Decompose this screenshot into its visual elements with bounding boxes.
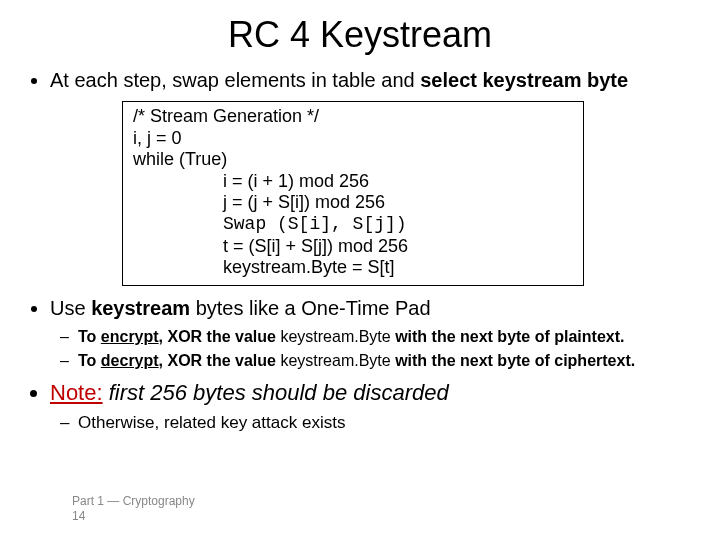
slide: RC 4 Keystream At each step, swap elemen… [0, 0, 720, 540]
b2s2-kb: keystream.Byte [280, 352, 390, 369]
slide-body: At each step, swap elements in table and… [0, 68, 720, 434]
bullet-1-bold: select keystream byte [420, 69, 628, 91]
bullet-1: At each step, swap elements in table and… [50, 68, 694, 286]
bullet-3: Note: first 256 bytes should be discarde… [50, 379, 694, 434]
bullet-2-sublist: To encrypt, XOR the value keystream.Byte… [50, 327, 694, 371]
b2s1-mid: , XOR the value [159, 328, 281, 345]
code-line-5: j = (j + S[i]) mod 256 [133, 192, 573, 214]
slide-footer: Part 1 — Cryptography 14 [72, 494, 195, 524]
b2s2-pre: To [78, 352, 101, 369]
code-line-3: while (True) [133, 149, 573, 171]
footer-line-1: Part 1 — Cryptography [72, 494, 195, 509]
slide-title: RC 4 Keystream [0, 0, 720, 62]
bullet-1-text: At each step, swap elements in table and [50, 69, 420, 91]
b2s1-post: with the next byte of plaintext. [391, 328, 625, 345]
bullet-3-sublist: Otherwise, related key attack exists [50, 412, 694, 433]
bullet-2-sub-2: To decrypt, XOR the value keystream.Byte… [78, 351, 694, 371]
bullet-3-sub-1: Otherwise, related key attack exists [78, 412, 694, 433]
b2s2-mid: , XOR the value [159, 352, 281, 369]
code-line-6: Swap (S[i], S[j]) [133, 214, 573, 236]
b2s2-post: with the next byte of ciphertext. [391, 352, 635, 369]
b2s2-u: decrypt [101, 352, 159, 369]
bullet-2-sub-1: To encrypt, XOR the value keystream.Byte… [78, 327, 694, 347]
b3s1-text: Otherwise, related key attack exists [78, 413, 345, 432]
bullet-2-bold: keystream [91, 297, 190, 319]
b2s1-u: encrypt [101, 328, 159, 345]
bullet-2-post: bytes like a One-Time Pad [190, 297, 430, 319]
b2s1-kb: keystream.Byte [280, 328, 390, 345]
code-line-8: keystream.Byte = S[t] [133, 257, 573, 279]
bullet-3-note: Note: [50, 380, 103, 405]
code-line-1: /* Stream Generation */ [133, 106, 573, 128]
footer-line-2: 14 [72, 509, 195, 524]
b2s1-pre: To [78, 328, 101, 345]
code-box: /* Stream Generation */ i, j = 0 while (… [122, 101, 584, 286]
bullet-3-rest: first 256 bytes should be discarded [103, 380, 449, 405]
code-line-4: i = (i + 1) mod 256 [133, 171, 573, 193]
bullet-list: At each step, swap elements in table and… [26, 68, 694, 434]
code-line-2: i, j = 0 [133, 128, 573, 150]
bullet-2: Use keystream bytes like a One-Time Pad … [50, 296, 694, 371]
code-line-7: t = (S[i] + S[j]) mod 256 [133, 236, 573, 258]
bullet-2-pre: Use [50, 297, 91, 319]
